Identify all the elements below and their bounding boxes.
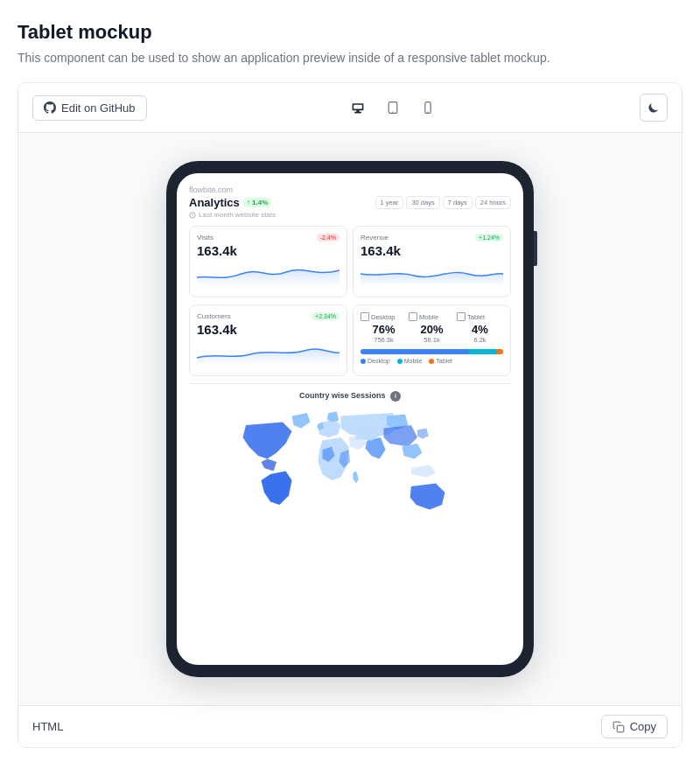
time-filter-30days[interactable]: 30 days: [406, 196, 439, 209]
customers-chart: [197, 340, 340, 365]
map-info-icon: i: [390, 391, 401, 402]
visits-chart: [197, 262, 340, 286]
desktop-legend-label: Desktop: [368, 358, 390, 364]
svg-rect-2: [425, 102, 430, 114]
mobile-label: Mobile: [419, 313, 438, 321]
screen-content: flowbite.com Analytics ↑ 1.4% 1 year 30 …: [177, 173, 523, 665]
mobile-count: 56.1k: [409, 336, 455, 344]
component-box: Edit on GitHub: [18, 82, 682, 748]
revenue-value: 163.4k: [360, 243, 503, 258]
tablet-checkbox-icon: [457, 312, 466, 321]
stats-grid: Visits 163.4k -2.4%: [189, 226, 511, 297]
revenue-badge: +1.24%: [475, 234, 503, 241]
customers-value: 163.4k: [197, 322, 340, 337]
desktop-pct: 76%: [360, 323, 407, 336]
visits-card: Visits 163.4k -2.4%: [189, 226, 347, 297]
copy-icon: [612, 721, 625, 733]
time-filter-7days[interactable]: 7 days: [443, 196, 472, 209]
svg-point-1: [393, 112, 394, 113]
edit-on-github-button[interactable]: Edit on GitHub: [32, 95, 147, 121]
clock-icon: [189, 212, 196, 219]
device-legend: Desktop Mobile Tablet: [360, 358, 503, 364]
desktop-label: Desktop: [371, 313, 396, 321]
view-mode-icons: [344, 94, 442, 122]
analytics-badge: ↑ 1.4%: [243, 198, 271, 207]
mobile-checkbox-icon: [409, 312, 417, 321]
device-stats-card: Desktop 76% 756.3k Mobile: [353, 304, 511, 376]
desktop-stat: Desktop 76% 756.3k: [360, 312, 407, 344]
svg-rect-0: [388, 102, 397, 114]
world-map-svg: [189, 407, 511, 529]
revenue-card: Revenue 163.4k +1.24%: [353, 226, 511, 297]
github-icon: [44, 101, 56, 114]
legend-mobile: Mobile: [397, 358, 423, 364]
tablet-label: Tablet: [467, 313, 485, 321]
html-label: HTML: [32, 720, 63, 733]
desktop-count: 756.3k: [360, 336, 407, 344]
svg-rect-5: [617, 725, 624, 732]
tablet-icon: [386, 101, 400, 115]
visits-badge: -2.4%: [317, 234, 340, 241]
mobile-bar: [469, 349, 498, 354]
visits-value: 163.4k: [197, 243, 340, 258]
tablet-legend-label: Tablet: [436, 358, 452, 364]
dark-mode-button[interactable]: [640, 94, 668, 122]
desktop-bar: [360, 349, 469, 354]
mobile-icon: [421, 101, 435, 115]
time-filter-24hours[interactable]: 24 hours: [475, 196, 511, 209]
copy-button[interactable]: Copy: [601, 715, 668, 738]
time-filters: 1 year 30 days 7 days 24 hours: [375, 196, 511, 209]
mobile-legend-dot: [397, 359, 402, 364]
legend-tablet: Tablet: [429, 358, 452, 364]
customers-badge: +2.34%: [312, 312, 340, 320]
second-stats-grid: Customers 163.4k +2.34%: [189, 304, 511, 376]
analytics-header: Analytics ↑ 1.4% 1 year 30 days 7 days 2…: [189, 196, 511, 209]
device-row: Desktop 76% 756.3k Mobile: [360, 312, 503, 344]
last-month-label: Last month website stats: [189, 211, 511, 219]
revenue-chart: [360, 262, 503, 286]
moon-icon: [648, 101, 660, 114]
mobile-pct: 20%: [409, 323, 455, 336]
mobile-view-button[interactable]: [414, 94, 442, 122]
bottom-bar: HTML Copy: [18, 705, 682, 747]
site-name: flowbite.com: [189, 185, 511, 194]
tablet-view-button[interactable]: [379, 94, 407, 122]
desktop-view-button[interactable]: [344, 94, 372, 122]
tablet-mockup: flowbite.com Analytics ↑ 1.4% 1 year 30 …: [166, 161, 534, 677]
mobile-legend-label: Mobile: [404, 358, 423, 364]
component-preview: flowbite.com Analytics ↑ 1.4% 1 year 30 …: [18, 133, 682, 705]
page-title: Tablet mockup: [18, 21, 682, 44]
github-label: Edit on GitHub: [61, 101, 136, 115]
tablet-count: 6.2k: [457, 336, 503, 344]
tablet-stat: Tablet 4% 6.2k: [457, 312, 503, 344]
page-description: This component can be used to show an ap…: [18, 51, 682, 65]
map-section: Country wise Sessions i: [189, 383, 511, 529]
time-filter-1year[interactable]: 1 year: [375, 196, 404, 209]
map-title: Country wise Sessions i: [189, 391, 511, 402]
tablet-legend-dot: [429, 359, 434, 364]
svg-point-3: [428, 112, 429, 113]
desktop-checkbox-icon: [360, 312, 369, 321]
world-map-container: [189, 407, 511, 529]
copy-label: Copy: [630, 720, 656, 733]
desktop-legend-dot: [360, 359, 366, 364]
tablet-side-button: [534, 231, 537, 266]
tablet-pct: 4%: [457, 323, 503, 336]
customers-card: Customers 163.4k +2.34%: [189, 304, 347, 376]
desktop-icon: [351, 101, 365, 115]
analytics-title: Analytics ↑ 1.4%: [189, 196, 271, 209]
component-toolbar: Edit on GitHub: [18, 83, 682, 133]
device-progress-bar: [360, 349, 503, 354]
tablet-screen: flowbite.com Analytics ↑ 1.4% 1 year 30 …: [177, 173, 523, 665]
tablet-bar: [497, 349, 503, 354]
legend-desktop: Desktop: [360, 358, 390, 364]
mobile-stat: Mobile 20% 56.1k: [409, 312, 455, 344]
